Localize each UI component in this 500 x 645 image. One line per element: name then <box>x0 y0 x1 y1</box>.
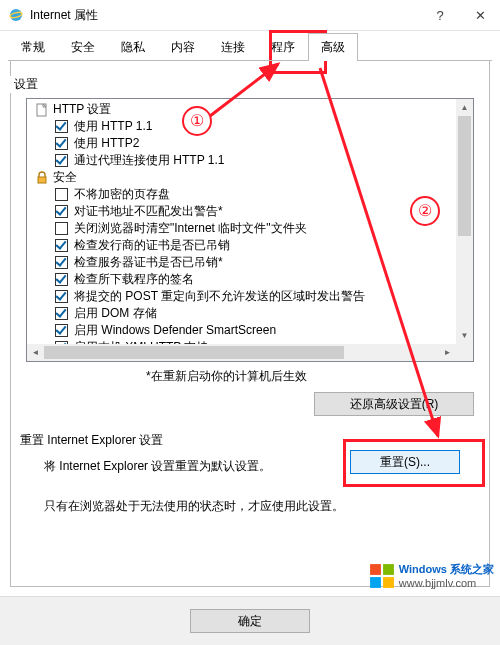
tree-item-label: 将提交的 POST 重定向到不允许发送的区域时发出警告 <box>74 288 365 305</box>
dialog-buttons: 确定 <box>0 596 500 645</box>
settings-group-label: 设置 <box>10 76 42 93</box>
tree-item-label: 使用 HTTP 1.1 <box>74 118 152 135</box>
checkbox[interactable] <box>55 137 68 150</box>
reset-description: 将 Internet Explorer 设置重置为默认设置。 <box>44 458 271 475</box>
tab-strip: 常规 安全 隐私 内容 连接 程序 高级 <box>0 31 500 61</box>
page-icon <box>35 103 49 117</box>
tree-check-item[interactable]: 检查服务器证书是否已吊销* <box>31 254 456 271</box>
restart-note: *在重新启动你的计算机后生效 <box>146 368 307 385</box>
tree-check-item[interactable]: 检查所下载程序的签名 <box>31 271 456 288</box>
restore-advanced-button[interactable]: 还原高级设置(R) <box>314 392 474 416</box>
tab-content[interactable]: 内容 <box>158 33 208 61</box>
scroll-down-button[interactable]: ▼ <box>456 327 473 344</box>
tree-check-item[interactable]: 通过代理连接使用 HTTP 1.1 <box>31 152 456 169</box>
tree-item-label: 检查服务器证书是否已吊销* <box>74 254 223 271</box>
tree-check-item[interactable]: 启用 Windows Defender SmartScreen <box>31 322 456 339</box>
checkbox[interactable] <box>55 273 68 286</box>
checkbox[interactable] <box>55 120 68 133</box>
checkbox[interactable] <box>55 188 68 201</box>
help-icon: ? <box>436 8 443 23</box>
svg-rect-3 <box>38 177 46 183</box>
tree-check-item[interactable]: 启用 DOM 存储 <box>31 305 456 322</box>
tree-item-label: 对证书地址不匹配发出警告* <box>74 203 223 220</box>
checkbox[interactable] <box>55 239 68 252</box>
checkbox[interactable] <box>55 256 68 269</box>
watermark: Windows 系统之家 www.bjjmlv.com <box>369 562 494 589</box>
tab-programs[interactable]: 程序 <box>258 33 308 61</box>
scroll-left-button[interactable]: ◄ <box>27 344 44 361</box>
tree-item-label: 启用 Windows Defender SmartScreen <box>74 322 276 339</box>
checkbox[interactable] <box>55 290 68 303</box>
vertical-scrollbar[interactable]: ▲ ▼ <box>456 99 473 344</box>
svg-rect-7 <box>383 564 394 575</box>
hscroll-thumb[interactable] <box>44 346 344 359</box>
checkbox[interactable] <box>55 324 68 337</box>
checkbox[interactable] <box>55 154 68 167</box>
tree-check-item[interactable]: 不将加密的页存盘 <box>31 186 456 203</box>
tree-item-label: 检查发行商的证书是否已吊销 <box>74 237 230 254</box>
reset-button[interactable]: 重置(S)... <box>350 450 460 474</box>
tree-check-item[interactable]: 检查发行商的证书是否已吊销 <box>31 237 456 254</box>
settings-listbox[interactable]: HTTP 设置使用 HTTP 1.1使用 HTTP2通过代理连接使用 HTTP … <box>26 98 474 362</box>
tree-item-label: 不将加密的页存盘 <box>74 186 170 203</box>
ie-icon <box>8 7 24 23</box>
tree-check-item[interactable]: 使用 HTTP2 <box>31 135 456 152</box>
tab-advanced[interactable]: 高级 <box>308 33 358 61</box>
checkbox[interactable] <box>55 205 68 218</box>
window-title: Internet 属性 <box>30 7 98 24</box>
watermark-url: www.bjjmlv.com <box>399 577 476 589</box>
reset-warning: 只有在浏览器处于无法使用的状态时，才应使用此设置。 <box>44 498 460 515</box>
tree-check-item[interactable]: 对证书地址不匹配发出警告* <box>31 203 456 220</box>
tree-check-item[interactable]: 将提交的 POST 重定向到不允许发送的区域时发出警告 <box>31 288 456 305</box>
windows-logo-icon <box>369 563 395 589</box>
checkbox[interactable] <box>55 307 68 320</box>
lock-icon <box>35 171 49 185</box>
svg-rect-9 <box>383 577 394 588</box>
tree-item-label: 通过代理连接使用 HTTP 1.1 <box>74 152 224 169</box>
tree-item-label: 检查所下载程序的签名 <box>74 271 194 288</box>
help-button[interactable]: ? <box>420 0 460 30</box>
tree-item-label: 启用 DOM 存储 <box>74 305 157 322</box>
tree-node: 安全 <box>31 169 456 186</box>
vscroll-thumb[interactable] <box>458 116 471 236</box>
tree-item-label: 安全 <box>53 169 77 186</box>
tree-node: HTTP 设置 <box>31 101 456 118</box>
tab-connections[interactable]: 连接 <box>208 33 258 61</box>
tab-security[interactable]: 安全 <box>58 33 108 61</box>
titlebar: Internet 属性 ? ✕ <box>0 0 500 31</box>
svg-rect-8 <box>370 577 381 588</box>
scroll-right-button[interactable]: ► <box>439 344 456 361</box>
tree-item-label: 关闭浏览器时清空"Internet 临时文件"文件夹 <box>74 220 307 237</box>
reset-group-label: 重置 Internet Explorer 设置 <box>20 432 163 449</box>
tree-check-item[interactable]: 使用 HTTP 1.1 <box>31 118 456 135</box>
tab-privacy[interactable]: 隐私 <box>108 33 158 61</box>
tree-check-item[interactable]: 关闭浏览器时清空"Internet 临时文件"文件夹 <box>31 220 456 237</box>
svg-rect-6 <box>370 564 381 575</box>
watermark-title: Windows 系统之家 <box>399 563 494 575</box>
tab-general[interactable]: 常规 <box>8 33 58 61</box>
ok-button[interactable]: 确定 <box>190 609 310 633</box>
horizontal-scrollbar[interactable]: ◄ ► <box>27 344 456 361</box>
close-icon: ✕ <box>475 8 486 23</box>
internet-options-window: Internet 属性 ? ✕ 常规 安全 隐私 内容 连接 程序 高级 设置 … <box>0 0 500 645</box>
checkbox[interactable] <box>55 222 68 235</box>
close-button[interactable]: ✕ <box>460 0 500 30</box>
scroll-up-button[interactable]: ▲ <box>456 99 473 116</box>
tree-item-label: HTTP 设置 <box>53 101 111 118</box>
tree-item-label: 使用 HTTP2 <box>74 135 139 152</box>
scrollbar-corner <box>456 344 473 361</box>
